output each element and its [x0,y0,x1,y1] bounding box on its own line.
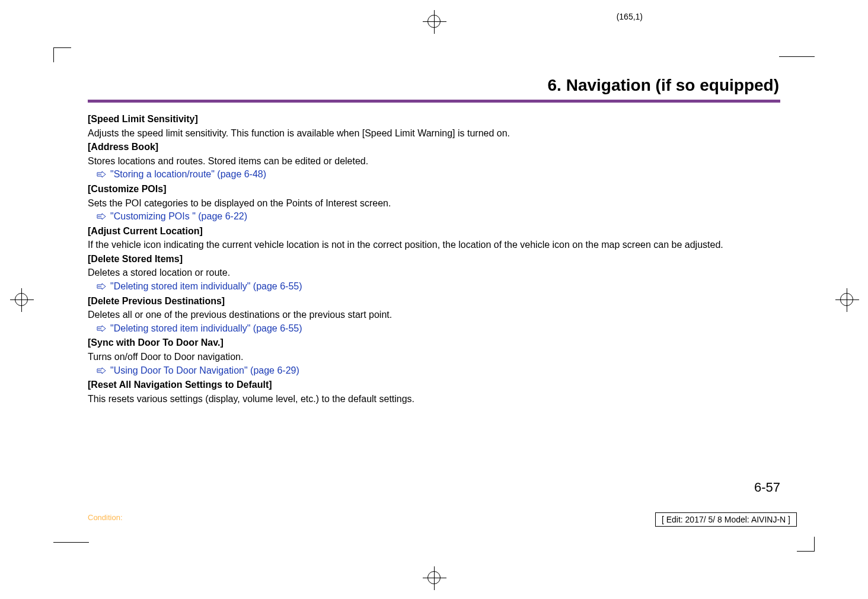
page-number: 6-57 [754,480,780,495]
crop-corner-bl [53,542,89,543]
section-body: Sets the POI categories to be displayed … [88,197,780,210]
cross-reference-link[interactable]: "Deleting stored item individually" (pag… [88,322,780,336]
crop-mark-left [15,293,28,306]
crop-mark-right [840,293,853,306]
link-text: "Using Door To Door Navigation" (page 6-… [110,365,299,375]
hand-pointer-icon [96,168,107,181]
section-head: [Customize POIs] [88,183,780,196]
section-head: [Address Book] [88,141,780,154]
crop-mark-top [427,15,441,28]
section-body: Adjusts the speed limit sensitivity. Thi… [88,127,780,140]
link-text: "Deleting stored item individually" (pag… [110,281,302,291]
cross-reference-link[interactable]: "Customizing POIs " (page 6-22) [88,210,780,224]
section-body: Deletes all or one of the previous desti… [88,308,780,321]
chapter-title: 6. Navigation (if so equipped) [548,76,779,95]
section-head: [Delete Previous Destinations] [88,295,780,308]
crop-corner-tr [779,56,815,57]
link-text: "Deleting stored item individually" (pag… [110,323,302,333]
crop-mark-bottom [427,571,441,584]
cross-reference-link[interactable]: "Deleting stored item individually" (pag… [88,280,780,294]
hand-pointer-icon [96,211,107,224]
section-body: This resets various settings (display, v… [88,393,780,406]
hand-pointer-icon [96,281,107,294]
edit-info-box: [ Edit: 2017/ 5/ 8 Model: AIVINJ-N ] [655,512,797,527]
header-rule [88,100,780,103]
section-body: Turns on/off Door to Door navigation. [88,351,780,364]
section-head: [Reset All Navigation Settings to Defaul… [88,378,780,391]
hand-pointer-icon [96,365,107,378]
section-head: [Sync with Door To Door Nav.] [88,336,780,349]
crop-corner-br [797,537,815,552]
section-body: If the vehicle icon indicating the curre… [88,238,780,251]
section-body: Stores locations and routes. Stored item… [88,155,780,168]
content-area: [Speed Limit Sensitivity] Adjusts the sp… [88,111,780,405]
section-head: [Delete Stored Items] [88,253,780,266]
cross-reference-link[interactable]: "Storing a location/route" (page 6-48) [88,168,780,181]
cross-reference-link[interactable]: "Using Door To Door Navigation" (page 6-… [88,364,780,378]
section-head: [Speed Limit Sensitivity] [88,113,780,126]
condition-label: Condition: [88,513,123,522]
crop-corner-tl [53,47,71,62]
page-coordinate: (165,1) [617,12,643,21]
link-text: "Customizing POIs " (page 6-22) [110,211,247,221]
link-text: "Storing a location/route" (page 6-48) [110,169,266,179]
section-body: Deletes a stored location or route. [88,266,780,279]
hand-pointer-icon [96,323,107,336]
section-head: [Adjust Current Location] [88,225,780,238]
